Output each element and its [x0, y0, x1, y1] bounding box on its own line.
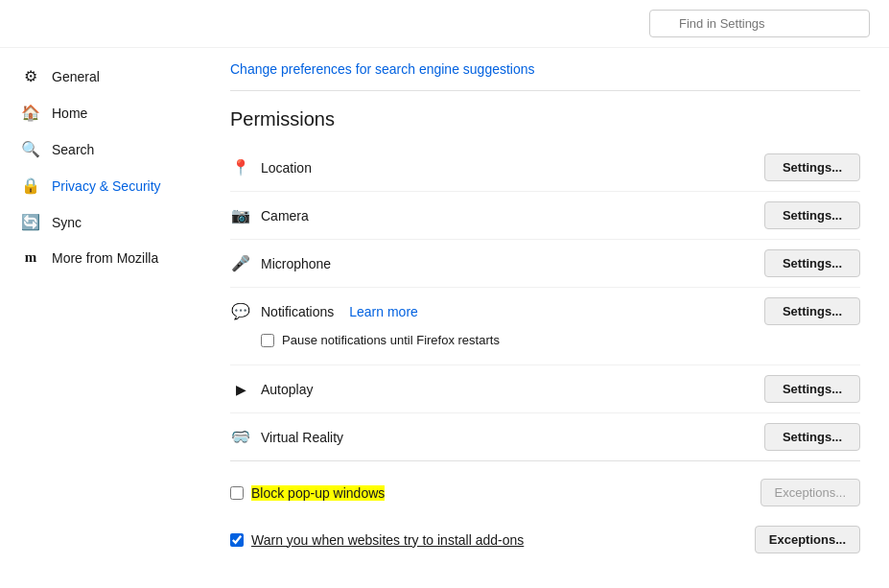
top-bar	[0, 0, 889, 48]
vr-icon: 🥽	[230, 428, 251, 446]
permission-text-location: Location	[261, 160, 312, 176]
sidebar-label-privacy: Privacy & Security	[52, 178, 161, 194]
sidebar-label-sync: Sync	[52, 215, 82, 230]
permissions-title: Permissions	[230, 108, 860, 130]
autoplay-icon: ▶	[230, 382, 251, 397]
pause-notifications-label: Pause notifications until Firefox restar…	[282, 333, 500, 347]
lock-icon: 🔒	[21, 176, 40, 195]
permission-label-block-popups: Block pop-up windows	[230, 485, 760, 501]
search-icon: 🔍	[21, 140, 40, 158]
camera-settings-button[interactable]: Settings...	[764, 201, 860, 229]
permission-row-block-popups: Block pop-up windows Exceptions...	[230, 469, 860, 516]
sidebar-label-more: More from Mozilla	[52, 250, 158, 266]
sidebar-label-general: General	[52, 69, 100, 84]
notifications-learn-more-link[interactable]: Learn more	[349, 304, 418, 319]
permission-label-location: 📍 Location	[230, 158, 764, 176]
permission-label-warn-addons: Warn you when websites try to install ad…	[230, 532, 755, 548]
home-icon: 🏠	[21, 104, 40, 122]
permission-text-notifications: Notifications	[261, 304, 334, 319]
sync-icon: 🔄	[21, 213, 40, 231]
search-engine-link[interactable]: Change preferences for search engine sug…	[230, 61, 535, 77]
location-icon: 📍	[230, 158, 251, 176]
sidebar-label-home: Home	[52, 106, 87, 121]
pause-notifications-checkbox[interactable]	[261, 334, 274, 347]
permission-row-autoplay: ▶ Autoplay Settings...	[230, 365, 860, 413]
autoplay-settings-button[interactable]: Settings...	[764, 375, 860, 403]
vr-settings-button[interactable]: Settings...	[764, 423, 860, 451]
notifications-icon: 💬	[230, 302, 251, 320]
permission-text-autoplay: Autoplay	[261, 382, 313, 397]
find-settings-wrapper	[649, 10, 870, 37]
sidebar-item-search[interactable]: 🔍 Search	[6, 131, 196, 167]
sidebar-item-general[interactable]: ⚙ General	[6, 59, 196, 94]
block-popups-checkbox[interactable]	[230, 486, 244, 500]
microphone-icon: 🎤	[230, 254, 251, 272]
location-settings-button[interactable]: Settings...	[764, 153, 860, 181]
find-settings-input[interactable]	[649, 10, 870, 37]
warn-addons-label: Warn you when websites try to install ad…	[251, 532, 524, 548]
mozilla-icon: m	[21, 249, 40, 266]
permission-row-camera: 📷 Camera Settings...	[230, 192, 860, 240]
permission-label-microphone: 🎤 Microphone	[230, 254, 764, 272]
sidebar: ⚙ General 🏠 Home 🔍 Search 🔒 Privacy & Se…	[0, 48, 201, 588]
search-engine-link-row: Change preferences for search engine sug…	[230, 48, 860, 91]
permission-text-camera: Camera	[261, 208, 309, 223]
permission-text-vr: Virtual Reality	[261, 430, 343, 445]
permission-row-notifications: 💬 Notifications Learn more Settings... P…	[230, 288, 860, 365]
permission-row-warn-addons: Warn you when websites try to install ad…	[230, 516, 860, 563]
notifications-settings-button[interactable]: Settings...	[764, 297, 860, 325]
microphone-settings-button[interactable]: Settings...	[764, 249, 860, 277]
pause-notifications-row: Pause notifications until Firefox restar…	[230, 325, 500, 355]
sidebar-item-sync[interactable]: 🔄 Sync	[6, 204, 196, 240]
camera-icon: 📷	[230, 206, 251, 224]
block-popups-label: Block pop-up windows	[251, 485, 385, 501]
sidebar-item-privacy[interactable]: 🔒 Privacy & Security	[6, 168, 196, 203]
permission-row-vr: 🥽 Virtual Reality Settings...	[230, 413, 860, 461]
content-area: Change preferences for search engine sug…	[201, 48, 889, 588]
permission-text-microphone: Microphone	[261, 256, 331, 271]
permission-row-microphone: 🎤 Microphone Settings...	[230, 240, 860, 288]
sidebar-item-home[interactable]: 🏠 Home	[6, 95, 196, 130]
sidebar-item-more-mozilla[interactable]: m More from Mozilla	[6, 241, 196, 274]
permission-label-camera: 📷 Camera	[230, 206, 764, 224]
permission-label-autoplay: ▶ Autoplay	[230, 382, 764, 397]
warn-addons-exceptions-button[interactable]: Exceptions...	[755, 526, 860, 553]
permission-row-location: 📍 Location Settings...	[230, 144, 860, 192]
gear-icon: ⚙	[21, 67, 40, 85]
permissions-section: Permissions 📍 Location Settings... 📷 Cam…	[230, 108, 860, 563]
block-popups-exceptions-button[interactable]: Exceptions...	[760, 479, 860, 506]
warn-addons-checkbox[interactable]	[230, 533, 244, 547]
main-layout: ⚙ General 🏠 Home 🔍 Search 🔒 Privacy & Se…	[0, 48, 889, 588]
permission-label-notifications: 💬 Notifications Learn more	[230, 302, 764, 320]
sidebar-label-search: Search	[52, 142, 94, 157]
permission-label-vr: 🥽 Virtual Reality	[230, 428, 764, 446]
